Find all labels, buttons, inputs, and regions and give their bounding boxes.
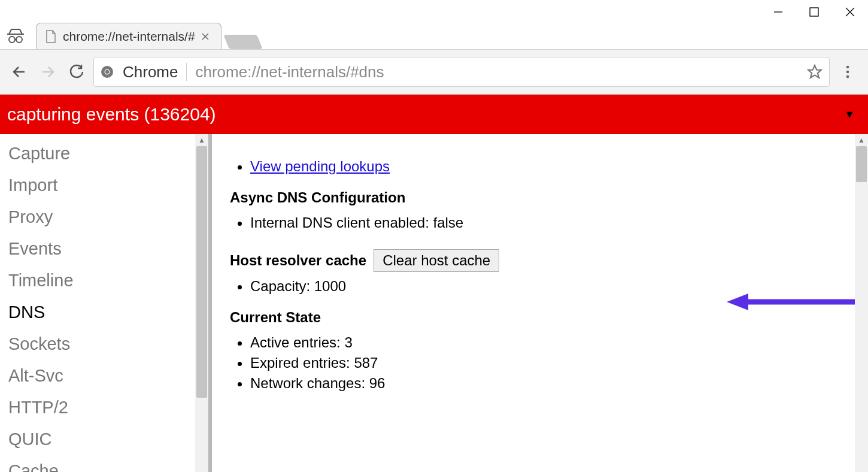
sidebar-item-capture[interactable]: Capture — [8, 138, 195, 170]
active-entries: Active entries: 3 — [250, 334, 844, 351]
forward-button[interactable] — [36, 60, 60, 84]
sidebar-item-timeline[interactable]: Timeline — [8, 265, 195, 296]
view-pending-lookups-link[interactable]: View pending lookups — [250, 158, 390, 174]
sidebar-item-dns[interactable]: DNS — [8, 296, 195, 328]
reload-icon — [69, 64, 84, 80]
sidebar-item-alt-svc[interactable]: Alt-Svc — [8, 360, 195, 392]
tab-strip: chrome://net-internals/# — [36, 19, 260, 49]
bookmark-button[interactable] — [806, 63, 823, 80]
close-icon — [845, 7, 855, 17]
sidebar-scrollbar[interactable]: ▲ — [195, 134, 208, 472]
minimize-button[interactable] — [760, 0, 796, 24]
content-area: CaptureImportProxyEventsTimelineDNSSocke… — [0, 134, 868, 472]
browser-toolbar: Chrome chrome://net-internals/#dns — [0, 49, 868, 95]
svg-point-18 — [846, 75, 849, 78]
omnibox-separator — [186, 63, 187, 81]
svg-point-17 — [846, 71, 849, 74]
async-dns-heading: Async DNS Configuration — [230, 189, 844, 206]
main-scrollbar[interactable]: ▲ — [855, 134, 868, 472]
sidebar-item-cache[interactable]: Cache — [8, 455, 195, 472]
minimize-icon — [773, 7, 784, 17]
browser-menu-button[interactable] — [834, 59, 861, 85]
page-icon — [45, 29, 57, 44]
kebab-menu-icon — [845, 65, 850, 79]
scroll-up-icon[interactable]: ▲ — [195, 134, 208, 146]
scroll-up-icon[interactable]: ▲ — [855, 134, 868, 146]
maximize-icon — [809, 7, 820, 17]
expired-entries: Expired entries: 587 — [250, 355, 844, 371]
svg-point-14 — [105, 70, 109, 74]
capture-banner-text: capturing events (136204) — [7, 104, 216, 125]
arrow-right-icon — [40, 63, 56, 80]
star-icon — [807, 64, 823, 80]
origin-chip: Chrome — [123, 63, 178, 81]
scroll-thumb[interactable] — [196, 146, 207, 398]
sidebar-item-http-2[interactable]: HTTP/2 — [8, 392, 195, 423]
new-tab-button[interactable] — [223, 35, 263, 49]
back-button[interactable] — [7, 60, 31, 84]
address-bar[interactable]: Chrome chrome://net-internals/#dns — [93, 57, 830, 87]
sidebar-wrap: CaptureImportProxyEventsTimelineDNSSocke… — [0, 134, 208, 472]
cache-capacity: Capacity: 1000 — [250, 278, 844, 295]
sidebar-item-proxy[interactable]: Proxy — [8, 201, 195, 233]
svg-marker-20 — [727, 294, 748, 310]
incognito-icon — [5, 25, 26, 47]
url-text[interactable]: chrome://net-internals/#dns — [195, 63, 798, 81]
current-state-heading: Current State — [230, 309, 844, 326]
browser-tab[interactable]: chrome://net-internals/# — [36, 23, 221, 49]
tab-title: chrome://net-internals/# — [63, 29, 195, 44]
window-controls — [760, 0, 868, 24]
svg-point-16 — [846, 66, 849, 69]
banner-collapse-icon[interactable]: ▼ — [844, 108, 855, 121]
sidebar-item-quic[interactable]: QUIC — [8, 423, 195, 455]
host-cache-label: Host resolver cache — [230, 252, 366, 269]
sidebar-item-sockets[interactable]: Sockets — [8, 328, 195, 360]
clear-host-cache-button[interactable]: Clear host cache — [374, 249, 499, 272]
arrow-left-icon — [11, 63, 28, 80]
svg-marker-15 — [808, 65, 821, 78]
close-window-button[interactable] — [832, 0, 868, 24]
sidebar: CaptureImportProxyEventsTimelineDNSSocke… — [0, 134, 195, 472]
main-panel: View pending lookups Async DNS Configura… — [212, 134, 868, 472]
svg-rect-1 — [810, 8, 818, 16]
network-changes: Network changes: 96 — [250, 375, 844, 392]
async-dns-status: Internal DNS client enabled: false — [250, 214, 844, 231]
sidebar-item-events[interactable]: Events — [8, 233, 195, 265]
sidebar-item-import[interactable]: Import — [8, 170, 195, 201]
scroll-thumb[interactable] — [856, 146, 867, 182]
tab-close-icon[interactable] — [201, 32, 210, 41]
maximize-button[interactable] — [796, 0, 832, 24]
reload-button[interactable] — [65, 60, 89, 84]
svg-point-5 — [9, 37, 15, 43]
chrome-logo-icon — [100, 65, 114, 79]
svg-point-6 — [16, 37, 22, 43]
capture-banner[interactable]: capturing events (136204) ▼ — [0, 95, 868, 134]
